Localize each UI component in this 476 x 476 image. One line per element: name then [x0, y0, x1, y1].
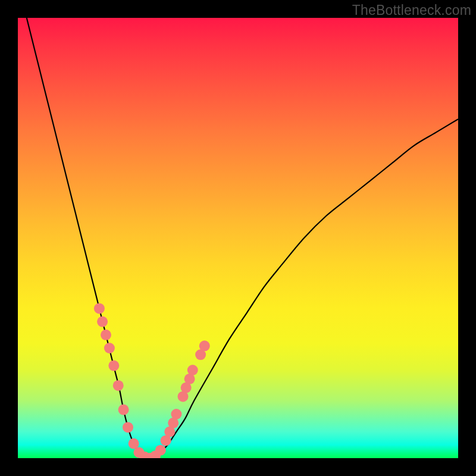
curve-dot: [101, 330, 111, 340]
curve-dot: [123, 422, 133, 433]
chart-svg: [18, 18, 458, 458]
curve-dot: [108, 361, 119, 371]
curve-dot: [104, 343, 115, 353]
curve-dot: [187, 365, 198, 375]
curve-dot: [94, 303, 105, 314]
plot-area: [18, 18, 458, 458]
curve-dot: [97, 317, 108, 327]
bottleneck-curve: [27, 18, 458, 458]
curve-dot: [199, 340, 210, 351]
curve-dot: [118, 405, 129, 415]
curve-dot: [113, 380, 124, 391]
chart-frame: TheBottleneck.com: [0, 0, 476, 476]
curve-dots-group: [94, 303, 210, 458]
watermark-text: TheBottleneck.com: [352, 2, 471, 18]
curve-dot: [171, 409, 181, 419]
curve-dot: [155, 445, 166, 456]
